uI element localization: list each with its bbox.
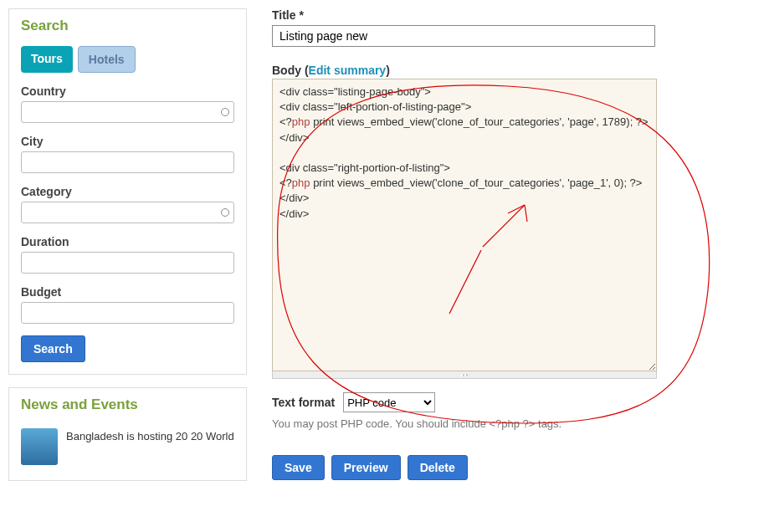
city-input[interactable] — [21, 151, 234, 173]
save-button[interactable]: Save — [272, 455, 325, 480]
category-label: Category — [21, 185, 234, 198]
budget-input[interactable] — [21, 302, 234, 324]
search-button[interactable]: Search — [21, 335, 85, 362]
body-textarea[interactable]: <div class="listing-page-body"> <div cla… — [272, 79, 657, 371]
title-label: Title * — [272, 8, 764, 22]
text-format-select[interactable]: PHP code — [343, 392, 435, 412]
resize-grippie-icon[interactable] — [272, 371, 657, 379]
body-label: Body (Edit summary) — [272, 64, 764, 77]
news-panel: News and Events Bangladesh is hosting 20… — [8, 387, 247, 481]
category-input[interactable] — [21, 202, 234, 223]
search-tabs: Tours Hotels — [21, 46, 234, 73]
tab-tours[interactable]: Tours — [21, 46, 73, 73]
news-panel-title: News and Events — [9, 388, 246, 420]
title-input[interactable] — [272, 25, 655, 47]
tab-hotels[interactable]: Hotels — [78, 46, 136, 73]
text-format-label: Text format — [272, 396, 335, 409]
edit-summary-link[interactable]: Edit summary — [309, 64, 387, 77]
news-thumb-image — [21, 428, 58, 465]
city-label: City — [21, 135, 234, 148]
country-label: Country — [21, 84, 234, 98]
search-panel-title: Search — [9, 9, 246, 41]
duration-input[interactable] — [21, 252, 234, 274]
news-item-text: Bangladesh is hosting 20 20 World — [66, 428, 234, 442]
country-input[interactable] — [21, 101, 234, 123]
duration-label: Duration — [21, 235, 234, 248]
delete-button[interactable]: Delete — [408, 455, 468, 480]
search-panel: Search Tours Hotels Country City — [8, 8, 247, 375]
budget-label: Budget — [21, 285, 234, 299]
preview-button[interactable]: Preview — [331, 455, 401, 480]
news-item[interactable]: Bangladesh is hosting 20 20 World — [21, 425, 234, 468]
format-hint: You may post PHP code. You should includ… — [272, 417, 764, 430]
